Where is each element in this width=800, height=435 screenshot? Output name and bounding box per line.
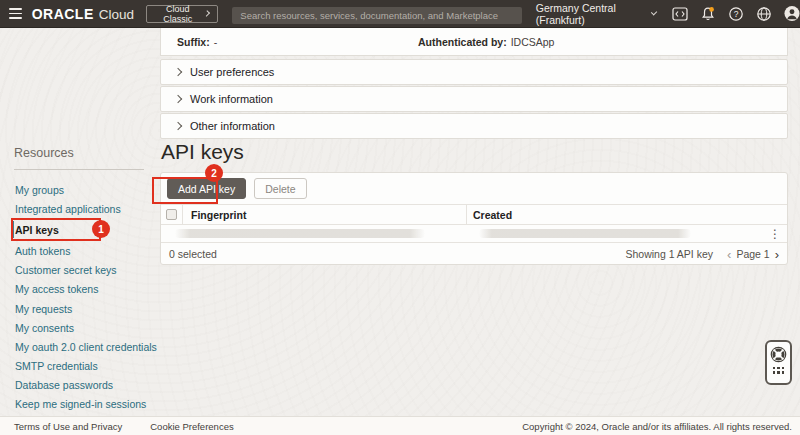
- region-label: Germany Central (Frankfurt): [536, 2, 646, 26]
- sidebar-title: Resources: [14, 146, 74, 160]
- global-search: [232, 5, 521, 22]
- redacted-created-value: [479, 229, 691, 238]
- sidebar-item-label[interactable]: Auth tokens: [15, 245, 70, 257]
- sidebar-item-my-access-tokens[interactable]: My access tokens: [0, 280, 160, 299]
- sidebar-item-label[interactable]: Keep me signed-in sessions: [15, 398, 146, 410]
- page-indicator: Page 1: [736, 248, 769, 260]
- sidebar-item-api-keys[interactable]: API keys: [0, 218, 160, 241]
- page-next-icon[interactable]: ›: [775, 248, 779, 261]
- top-navigation-bar: ORACLE Cloud Cloud Classic Germany Centr…: [0, 0, 800, 28]
- terms-link[interactable]: Terms of Use and Privacy: [14, 421, 122, 432]
- chevron-right-icon: [174, 122, 182, 130]
- sidebar-item-database-passwords[interactable]: Database passwords: [0, 376, 160, 395]
- sidebar-item-label[interactable]: Customer secret keys: [15, 264, 117, 276]
- chevron-down-icon: [651, 9, 658, 16]
- sidebar-nav: My groups Integrated applications API ke…: [0, 180, 160, 414]
- authenticated-by-label: Authenticated by:: [418, 36, 507, 48]
- profile-summary-card: Suffix: - Authenticated by: IDCSApp: [160, 28, 788, 56]
- help-icon[interactable]: ?: [728, 6, 744, 22]
- search-input[interactable]: [232, 7, 521, 24]
- active-indicator-bar: [11, 221, 14, 238]
- authenticated-by-value: IDCSApp: [511, 36, 555, 48]
- sidebar-item-auth-tokens[interactable]: Auth tokens: [0, 241, 160, 260]
- main-content: Suffix: - Authenticated by: IDCSApp User…: [160, 28, 788, 417]
- region-selector[interactable]: Germany Central (Frankfurt): [536, 2, 656, 26]
- table-header-row: Fingerprint Created: [161, 205, 787, 225]
- notifications-bell-icon[interactable]: [700, 6, 716, 22]
- oracle-cloud-logo[interactable]: ORACLE Cloud: [32, 6, 134, 22]
- created-column-header: Created: [467, 209, 787, 221]
- chevron-right-icon: [174, 95, 182, 103]
- page-title: API keys: [161, 140, 244, 164]
- language-globe-icon[interactable]: [756, 6, 772, 22]
- oracle-cloud-console: ORACLE Cloud Cloud Classic Germany Centr…: [0, 0, 800, 435]
- sidebar-item-label[interactable]: My oauth 2.0 client credentials: [15, 341, 157, 353]
- sidebar-item-label[interactable]: Integrated applications: [15, 203, 121, 215]
- chevron-right-icon: [174, 68, 182, 76]
- suffix-label: Suffix:: [177, 36, 210, 48]
- sidebar-item-label[interactable]: My access tokens: [15, 283, 98, 295]
- sidebar-item-my-requests[interactable]: My requests: [0, 299, 160, 318]
- accordion-label: Other information: [190, 120, 275, 132]
- page-footer: Terms of Use and Privacy Cookie Preferen…: [0, 416, 800, 435]
- svg-text:?: ?: [734, 9, 739, 19]
- api-keys-table-card: Add API key Delete Fingerprint Created ⋮…: [160, 172, 788, 265]
- sidebar-item-label[interactable]: Database passwords: [15, 379, 113, 391]
- help-launcher-widget[interactable]: [765, 340, 792, 385]
- sidebar-item-customer-secret-keys[interactable]: Customer secret keys: [0, 261, 160, 280]
- delete-button[interactable]: Delete: [254, 178, 306, 199]
- suffix-value: -: [214, 36, 218, 48]
- apps-grid-icon: [773, 367, 784, 374]
- page-previous-icon[interactable]: ‹: [727, 248, 731, 261]
- sidebar-item-my-groups[interactable]: My groups: [0, 180, 160, 199]
- sidebar-item-label[interactable]: My consents: [15, 322, 74, 334]
- resources-sidebar: Resources My groups Integrated applicati…: [0, 28, 160, 416]
- accordion-label: User preferences: [190, 66, 274, 78]
- accordion-other-information[interactable]: Other information: [160, 113, 788, 139]
- developer-tools-icon[interactable]: [672, 6, 688, 22]
- row-actions-kebab-icon[interactable]: ⋮: [769, 226, 781, 242]
- sidebar-item-keep-me-signed-in[interactable]: Keep me signed-in sessions: [0, 395, 160, 414]
- select-all-checkbox[interactable]: [166, 209, 177, 220]
- table-row[interactable]: ⋮: [161, 225, 787, 243]
- user-avatar[interactable]: [784, 6, 800, 22]
- cloud-classic-label: Cloud Classic: [155, 4, 200, 24]
- add-api-key-button[interactable]: Add API key: [167, 178, 246, 199]
- sidebar-item-label[interactable]: My groups: [15, 184, 64, 196]
- cloud-classic-button[interactable]: Cloud Classic: [146, 5, 218, 23]
- table-toolbar: Add API key Delete: [161, 173, 787, 205]
- sidebar-item-integrated-applications[interactable]: Integrated applications: [0, 199, 160, 218]
- brand-oracle: ORACLE: [32, 6, 94, 22]
- pagination: ‹ Page 1 ›: [727, 248, 779, 261]
- sidebar-item-label[interactable]: SMTP credentials: [15, 360, 98, 372]
- showing-count: Showing 1 API key: [625, 248, 713, 260]
- life-buoy-icon: [770, 346, 787, 363]
- select-all-cell: [161, 205, 183, 224]
- sidebar-item-label[interactable]: My requests: [15, 303, 72, 315]
- fingerprint-column-header: Fingerprint: [183, 205, 467, 224]
- accordion-label: Work information: [190, 93, 273, 105]
- selected-count: 0 selected: [169, 248, 217, 260]
- sidebar-divider: [14, 169, 144, 170]
- topbar-icons: ?: [672, 6, 800, 22]
- sidebar-item-oauth-client-credentials[interactable]: My oauth 2.0 client credentials: [0, 337, 160, 356]
- sidebar-item-my-consents[interactable]: My consents: [0, 318, 160, 337]
- copyright-text: Copyright © 2024, Oracle and/or its affi…: [522, 421, 792, 432]
- table-footer: 0 selected Showing 1 API key ‹ Page 1 ›: [161, 243, 787, 265]
- brand-cloud: Cloud: [99, 7, 134, 22]
- sidebar-item-label[interactable]: API keys: [15, 224, 59, 236]
- hamburger-menu-icon[interactable]: [9, 8, 22, 19]
- accordion-work-information[interactable]: Work information: [160, 86, 788, 112]
- sidebar-item-smtp-credentials[interactable]: SMTP credentials: [0, 357, 160, 376]
- redacted-fingerprint-value: [175, 229, 425, 238]
- cookie-preferences-link[interactable]: Cookie Preferences: [150, 421, 233, 432]
- accordion-user-preferences[interactable]: User preferences: [160, 59, 788, 85]
- chevron-right-icon: [204, 11, 210, 17]
